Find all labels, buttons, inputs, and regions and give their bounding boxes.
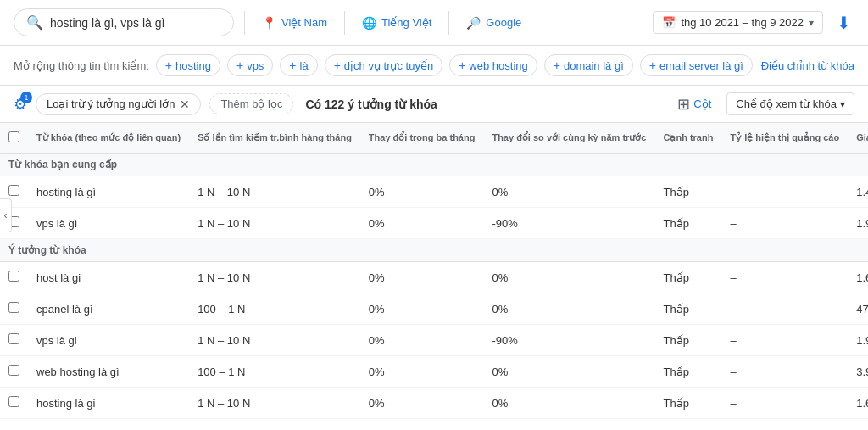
row-monthly-i3: 100 – 1 N: [189, 356, 360, 388]
row-monthly-i0: 1 N – 10 N: [189, 262, 360, 293]
row-three-month-p0: 0%: [360, 176, 484, 208]
date-range-picker[interactable]: 📅 thg 10 2021 – thg 9 2022 ▾: [653, 11, 823, 34]
row-keyword-p1[interactable]: vps là gì: [28, 208, 189, 239]
row-keyword-i0[interactable]: host là gi: [28, 262, 189, 293]
plus-icon: +: [459, 59, 465, 72]
row-yoy-i2: -90%: [483, 325, 654, 356]
expand-tag-dich-vu[interactable]: + dịch vụ trực tuyến: [325, 54, 443, 76]
engine-icon: 🔎: [466, 16, 481, 30]
row-bid-low-p0: 1.477 đ: [848, 176, 868, 208]
active-filter-label: Loại trừ ý tưởng người lớn: [47, 98, 175, 110]
row-checkbox-input-i0[interactable]: [8, 271, 19, 282]
row-yoy-i1: 0%: [483, 293, 654, 325]
expand-tag-web-hosting[interactable]: + web hosting: [449, 54, 537, 76]
row-ad-impression-p0: –: [721, 176, 848, 208]
adjust-keywords-link[interactable]: Điều chỉnh từ khóa: [761, 59, 854, 72]
row-ad-impression-i2: –: [721, 325, 848, 356]
add-filter-button[interactable]: Thêm bộ lọc: [209, 93, 293, 114]
row-keyword-p0[interactable]: hosting là gì: [28, 176, 189, 208]
row-ad-impression-i0: –: [721, 262, 848, 293]
table-header-row: Từ khóa (theo mức độ liên quan) Số lần t…: [0, 123, 868, 154]
row-competition-i1: Thấp: [654, 293, 721, 325]
expand-tag-web-hosting-label: web hosting: [469, 59, 527, 72]
row-checkbox-input-i3[interactable]: [8, 365, 19, 376]
expand-tag-email[interactable]: + email server là gì: [640, 54, 753, 76]
header-ad-impression[interactable]: Tỷ lệ hiện thị quảng cáo: [721, 123, 848, 154]
row-three-month-i1: 0%: [360, 293, 484, 325]
engine-option[interactable]: 🔎 Google: [459, 13, 528, 33]
plus-icon: +: [165, 59, 172, 72]
sidebar-collapse-arrow[interactable]: ‹: [0, 198, 12, 232]
table-row: hosting là gi 1 N – 10 N 0% 0% Thấp – 1.…: [0, 388, 868, 419]
row-yoy-i3: 0%: [483, 356, 654, 388]
filter-button[interactable]: ⚙ 1: [14, 95, 27, 114]
location-option[interactable]: 📍 Việt Nam: [255, 13, 334, 33]
top-bar: 🔍 📍 Việt Nam 🌐 Tiếng Việt 🔎 Google 📅 thg…: [0, 0, 868, 46]
select-all-checkbox[interactable]: [8, 131, 19, 142]
language-option[interactable]: 🌐 Tiếng Việt: [355, 13, 438, 33]
row-monthly-i4: 1 N – 10 N: [189, 388, 360, 419]
location-label: Việt Nam: [281, 16, 327, 29]
table-row: cpanel là gì 100 – 1 N 0% 0% Thấp – 478 …: [0, 293, 868, 325]
row-ad-impression-i3: –: [721, 356, 848, 388]
expand-tag-domain[interactable]: + domain là gì: [544, 54, 633, 76]
row-checkbox-i3[interactable]: [0, 356, 28, 388]
row-yoy-i0: 0%: [483, 262, 654, 293]
language-label: Tiếng Việt: [381, 16, 431, 29]
row-bid-low-i4: 1.636 đ: [848, 388, 868, 419]
header-three-month[interactable]: Thay đổi trong ba tháng: [360, 123, 484, 154]
expand-tag-vps[interactable]: + vps: [227, 54, 273, 76]
header-keyword[interactable]: Từ khóa (theo mức độ liên quan): [28, 123, 189, 154]
header-checkbox[interactable]: [0, 123, 28, 154]
expand-tag-hosting[interactable]: + hosting: [156, 54, 220, 76]
row-checkbox-i4[interactable]: [0, 388, 28, 419]
table-row: host là gi 1 N – 10 N 0% 0% Thấp – 1.636…: [0, 262, 868, 293]
expand-row: Mở rộng thông tin tìm kiếm: + hosting + …: [0, 46, 868, 86]
plus-icon: +: [554, 59, 560, 72]
table-row: vps là gi 1 N – 10 N 0% -90% Thấp – 1.98…: [0, 325, 868, 356]
table-container: Từ khóa (theo mức độ liên quan) Số lần t…: [0, 123, 868, 419]
section-ideas-header: Ý tưởng từ khóa: [0, 239, 868, 262]
header-monthly-searches[interactable]: Số lần tìm kiếm tr.bình hàng tháng: [189, 123, 360, 154]
translate-icon: 🌐: [362, 16, 376, 30]
header-bid-low[interactable]: Giá thầu đầu trang (phạm vi mức giá thấp…: [848, 123, 868, 154]
header-competition[interactable]: Cạnh tranh: [654, 123, 721, 154]
row-three-month-p1: 0%: [360, 208, 484, 239]
row-keyword-i1[interactable]: cpanel là gì: [28, 293, 189, 325]
ideas-count: Có 122 ý tưởng từ khóa: [305, 98, 437, 111]
download-button[interactable]: ⬇: [833, 9, 854, 36]
row-checkbox-input-i1[interactable]: [8, 302, 19, 313]
remove-filter-icon[interactable]: ✕: [180, 98, 190, 111]
search-icon: 🔍: [26, 14, 43, 31]
row-ad-impression-p1: –: [721, 208, 848, 239]
chevron-left-icon: ‹: [4, 209, 8, 221]
search-input[interactable]: [50, 16, 220, 30]
row-competition-i0: Thấp: [654, 262, 721, 293]
expand-tag-la-label: là: [300, 59, 309, 72]
row-keyword-i2[interactable]: vps là gi: [28, 325, 189, 356]
view-mode-button[interactable]: Chế độ xem từ khóa ▾: [726, 92, 854, 115]
row-monthly-i1: 100 – 1 N: [189, 293, 360, 325]
row-bid-low-i0: 1.636 đ: [848, 262, 868, 293]
table-row: vps là gì 1 N – 10 N 0% -90% Thấp – 1.98…: [0, 208, 868, 239]
row-keyword-i4[interactable]: hosting là gi: [28, 388, 189, 419]
expand-tag-la[interactable]: + là: [280, 54, 317, 76]
plus-icon: +: [236, 59, 243, 72]
columns-button[interactable]: ⊞ Cột: [677, 95, 711, 114]
row-keyword-i3[interactable]: web hosting là gì: [28, 356, 189, 388]
header-yoy[interactable]: Thay đổi so với cùng kỳ năm trước: [483, 123, 654, 154]
row-checkbox-input-p0[interactable]: [8, 185, 19, 196]
row-checkbox-i1[interactable]: [0, 293, 28, 325]
row-checkbox-input-i2[interactable]: [8, 333, 19, 344]
row-checkbox-input-i4[interactable]: [8, 396, 19, 407]
search-box[interactable]: 🔍: [14, 8, 234, 36]
keywords-table: Từ khóa (theo mức độ liên quan) Số lần t…: [0, 123, 868, 419]
row-monthly-p1: 1 N – 10 N: [189, 208, 360, 239]
row-bid-low-i1: 478 đ: [848, 293, 868, 325]
plus-icon: +: [289, 59, 296, 72]
row-three-month-i4: 0%: [360, 388, 484, 419]
row-checkbox-i0[interactable]: [0, 262, 28, 293]
date-range-label: thg 10 2021 – thg 9 2022: [681, 16, 804, 29]
active-filter-chip[interactable]: Loại trừ ý tưởng người lớn ✕: [36, 93, 201, 115]
row-checkbox-i2[interactable]: [0, 325, 28, 356]
